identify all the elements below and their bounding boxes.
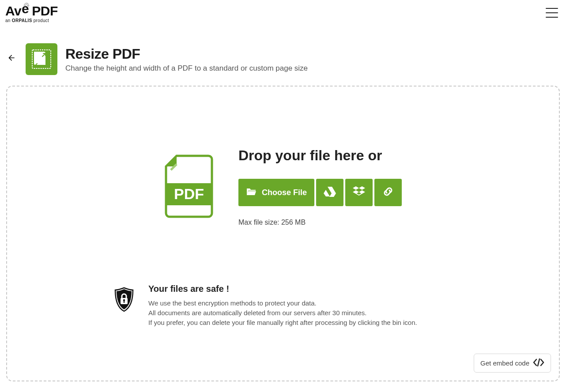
google-drive-icon: [324, 186, 336, 199]
google-drive-button[interactable]: [316, 179, 343, 206]
logo-part2: PDF: [32, 4, 58, 19]
link-icon: [382, 186, 394, 200]
back-arrow-icon[interactable]: [5, 52, 18, 67]
logo-part1: Av: [5, 4, 21, 19]
svg-rect-8: [124, 301, 125, 303]
safe-line1: We use the best encryption methods to pr…: [148, 298, 417, 308]
upload-buttons: Choose File: [238, 179, 402, 206]
pdf-file-icon: PDF: [164, 154, 214, 220]
resize-tool-icon: [26, 43, 57, 75]
dropbox-icon: [353, 186, 365, 199]
dropbox-button[interactable]: [345, 179, 373, 206]
logo-e-icon: e: [21, 3, 32, 19]
safety-notice: Your files are safe ! We use the best en…: [7, 226, 559, 327]
svg-text:e: e: [22, 3, 29, 16]
svg-text:PDF: PDF: [174, 185, 204, 202]
max-file-note: Max file size: 256 MB: [238, 219, 306, 226]
safe-heading: Your files are safe !: [148, 284, 417, 294]
shield-lock-icon: [113, 284, 135, 315]
folder-open-icon: [246, 187, 257, 198]
dropzone[interactable]: PDF Drop your file here or Choose File: [6, 86, 560, 381]
menu-icon[interactable]: [546, 8, 558, 18]
page-subtitle: Change the height and width of a PDF to …: [65, 64, 308, 73]
choose-file-button[interactable]: Choose File: [238, 179, 314, 206]
tool-header: Resize PDF Change the height and width o…: [0, 26, 566, 86]
safe-line3: If you prefer, you can delete your file …: [148, 318, 417, 328]
url-button[interactable]: [374, 179, 402, 206]
logo-text: Av e PDF: [5, 3, 58, 19]
choose-file-label: Choose File: [262, 188, 307, 197]
page-title: Resize PDF: [65, 46, 308, 62]
get-embed-code-button[interactable]: Get embed code: [474, 354, 551, 373]
drop-heading: Drop your file here or: [238, 147, 382, 164]
safe-line2: All documents are automatically deleted …: [148, 308, 417, 318]
header: Av e PDF an ORPALIS product: [0, 0, 566, 26]
logo[interactable]: Av e PDF an ORPALIS product: [5, 3, 58, 23]
embed-label: Get embed code: [480, 359, 529, 367]
code-icon: [533, 358, 544, 368]
